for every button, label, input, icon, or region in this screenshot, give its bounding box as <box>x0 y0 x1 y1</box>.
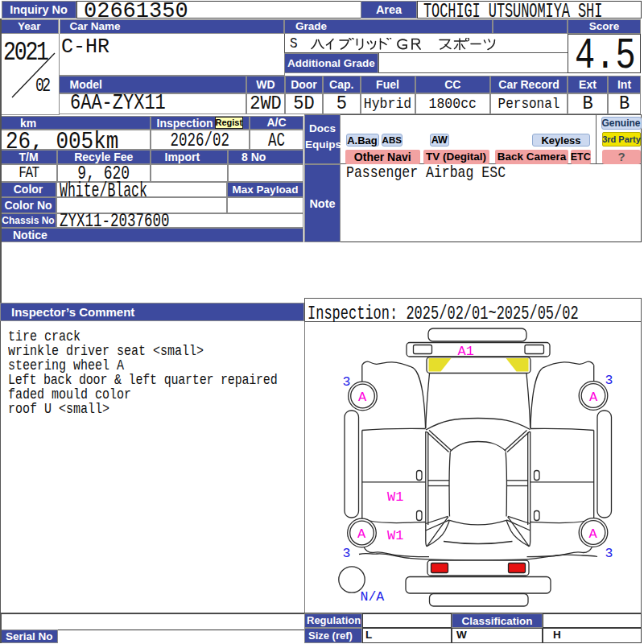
svg-text:3: 3 <box>605 373 613 388</box>
svg-text:3: 3 <box>343 546 351 561</box>
svg-text:A: A <box>358 390 367 405</box>
svg-text:A: A <box>589 390 598 405</box>
svg-text:A: A <box>357 526 366 542</box>
svg-text:N/A: N/A <box>361 589 385 605</box>
svg-text:A1: A1 <box>458 344 474 359</box>
svg-text:3: 3 <box>605 546 613 561</box>
svg-text:3: 3 <box>343 374 351 390</box>
svg-text:A: A <box>589 526 598 542</box>
svg-text:W1: W1 <box>387 528 403 543</box>
svg-text:W1: W1 <box>387 489 403 505</box>
